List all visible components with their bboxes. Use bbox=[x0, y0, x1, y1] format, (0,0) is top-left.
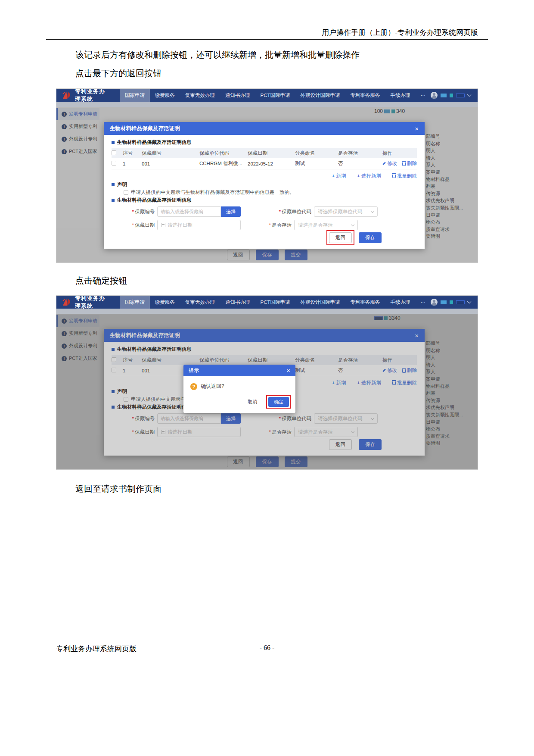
select-button[interactable]: 选择 bbox=[221, 206, 241, 217]
redacted-username-block bbox=[456, 94, 465, 97]
alive-label: *是否存活 bbox=[248, 222, 292, 228]
col-alive: 是否存活 bbox=[338, 150, 382, 156]
screenshot-2: 专利业务办理系统 国家申请 缴费服务 复审无效办理 通知书办理 PCT国际申请 … bbox=[56, 295, 478, 470]
user-avatar-icon bbox=[431, 299, 438, 306]
plus-icon: + bbox=[357, 173, 360, 178]
paragraph: 点击最下方的返回按钮 bbox=[56, 68, 480, 79]
app-title: 专利业务办理系统 bbox=[75, 88, 109, 103]
confirm-button[interactable]: 确定 bbox=[268, 397, 289, 407]
highlight-box: 确定 bbox=[266, 395, 291, 409]
declare-checkbox-row: 申请人提供的中文题录与生物材料样品保藏及存活证明中的信息是一致的。 bbox=[124, 188, 417, 196]
section-info-title: 生物材料样品保藏及存活证明信息 bbox=[112, 138, 417, 146]
batch-delete-link[interactable]: 批量删除 bbox=[392, 173, 417, 179]
delete-link[interactable]: 删除 bbox=[402, 160, 417, 167]
edit-link[interactable]: 修改 bbox=[382, 160, 397, 167]
declare-checkbox[interactable] bbox=[124, 190, 128, 195]
page-content: 发明专利申请 实用新型专利 外观设计专利 PCT进入国家 100 340 bbox=[56, 107, 478, 263]
nav-item-national-application[interactable]: 国家申请 bbox=[120, 296, 150, 309]
redacted-username-block bbox=[456, 300, 465, 304]
nav-item-design-intl[interactable]: 外观设计国际申请 bbox=[295, 296, 345, 309]
close-icon[interactable]: × bbox=[415, 125, 419, 132]
chevron-down-icon bbox=[467, 300, 472, 304]
table-row: 1 001 CCHRGM-智利微... 2022-05-12 测试 否 修改 删… bbox=[112, 158, 417, 169]
nav-item-more-icon[interactable]: ··· bbox=[416, 296, 431, 309]
trash-icon bbox=[402, 162, 406, 166]
plus-icon: + bbox=[332, 173, 335, 178]
square-bullet-icon bbox=[112, 141, 115, 144]
row-checkbox[interactable] bbox=[112, 161, 116, 166]
form-row-1: *保藏编号 选择 *保藏单位代码 请选择保藏单位代码 bbox=[112, 206, 417, 217]
dialog-title: 提示 bbox=[189, 367, 199, 374]
nav-item-reexam[interactable]: 复审无效办理 bbox=[180, 296, 220, 309]
page-subbar bbox=[56, 309, 478, 314]
cancel-button[interactable]: 取消 bbox=[242, 397, 263, 407]
question-circle-icon bbox=[190, 383, 197, 390]
page-subbar bbox=[56, 102, 478, 107]
nav-item-pct[interactable]: PCT国际申请 bbox=[255, 296, 295, 309]
page-content: 发明专利申请 实用新型专利 外观设计专利 PCT进入国家 100 340 bbox=[56, 314, 478, 470]
calendar-icon bbox=[161, 223, 165, 227]
app-logo-icon bbox=[62, 91, 72, 100]
nav-item-fee-service[interactable]: 缴费服务 bbox=[150, 296, 180, 309]
section-declare-title: 声明 bbox=[112, 181, 417, 188]
page-header-title: 用户操作手册（上册）-专利业务办理系统网页版 bbox=[56, 28, 478, 37]
preserve-no-label: *保藏编号 bbox=[112, 209, 155, 215]
nav-item-procedures[interactable]: 手续办理 bbox=[385, 296, 416, 309]
nav-item-national-application[interactable]: 国家申请 bbox=[120, 89, 150, 102]
modal-title: 生物材料样品保藏及存活证明 bbox=[110, 125, 180, 132]
user-menu[interactable] bbox=[431, 299, 471, 306]
nav-item-design-intl[interactable]: 外观设计国际申请 bbox=[295, 89, 345, 102]
chevron-down-icon bbox=[467, 93, 472, 97]
nav-item-affairs[interactable]: 专利事务服务 bbox=[345, 89, 385, 102]
redacted-username-block bbox=[450, 300, 453, 304]
col-preserve-no: 保藏编号 bbox=[142, 150, 199, 156]
chevron-down-icon bbox=[351, 222, 354, 226]
bio-material-modal: 生物材料样品保藏及存活证明 × 生物材料样品保藏及存活证明信息 序号 保藏编号 … bbox=[104, 122, 425, 249]
nav-item-more-icon[interactable]: ··· bbox=[416, 89, 431, 102]
select-all-checkbox[interactable] bbox=[112, 150, 116, 155]
date-picker[interactable]: 请选择日期 bbox=[157, 220, 241, 230]
redacted-username-block bbox=[441, 94, 447, 97]
modal-save-button[interactable]: 保存 bbox=[359, 232, 382, 243]
add-link[interactable]: + 新增 bbox=[332, 173, 346, 179]
user-avatar-icon bbox=[431, 92, 438, 99]
highlight-box: 返回 bbox=[326, 230, 354, 245]
modal-footer: 返回 保存 bbox=[326, 230, 382, 245]
unit-code-label: *保藏单位代码 bbox=[268, 209, 311, 215]
redacted-username-block bbox=[450, 94, 453, 97]
nav-item-notice[interactable]: 通知书办理 bbox=[220, 296, 255, 309]
nav-item-procedures[interactable]: 手续办理 bbox=[385, 89, 416, 102]
modal-back-button[interactable]: 返回 bbox=[329, 232, 352, 243]
chevron-down-icon bbox=[371, 209, 374, 212]
nav-item-pct[interactable]: PCT国际申请 bbox=[255, 89, 295, 102]
nav-item-fee-service[interactable]: 缴费服务 bbox=[150, 89, 180, 102]
screenshot-1: 专利业务办理系统 国家申请 缴费服务 复审无效办理 通知书办理 PCT国际申请 … bbox=[56, 88, 478, 263]
app-logo-icon bbox=[62, 298, 72, 306]
select-add-link[interactable]: + 选择新增 bbox=[357, 173, 381, 179]
main-nav: 国家申请 缴费服务 复审无效办理 通知书办理 PCT国际申请 外观设计国际申请 … bbox=[120, 89, 431, 102]
paragraph: 返回至请求书制作页面 bbox=[56, 483, 480, 495]
square-bullet-icon bbox=[112, 199, 115, 202]
close-icon[interactable]: × bbox=[286, 367, 290, 374]
main-nav: 国家申请 缴费服务 复审无效办理 通知书办理 PCT国际申请 外观设计国际申请 … bbox=[120, 296, 431, 309]
redacted-username-block bbox=[441, 300, 447, 304]
nav-item-notice[interactable]: 通知书办理 bbox=[220, 89, 255, 102]
dialog-body: 确认返回? bbox=[183, 376, 295, 395]
dialog-titlebar: 提示 × bbox=[183, 365, 295, 376]
nav-item-affairs[interactable]: 专利事务服务 bbox=[345, 296, 385, 309]
col-seq: 序号 bbox=[123, 150, 142, 156]
paragraph: 该记录后方有修改和删除按钮，还可以继续新增，批量新增和批量删除操作 bbox=[56, 49, 480, 61]
form-row-2: *保藏日期 请选择日期 *是否存活 请选择是否存活 bbox=[112, 219, 417, 231]
dialog-message: 确认返回? bbox=[201, 383, 224, 390]
unit-code-select[interactable]: 请选择保藏单位代码 bbox=[314, 206, 378, 217]
preserve-no-input[interactable] bbox=[157, 206, 221, 217]
app-title: 专利业务办理系统 bbox=[75, 295, 109, 310]
manual-page: 用户操作手册（上册）-专利业务办理系统网页版 该记录后方有修改和删除按钮，还可以… bbox=[0, 0, 534, 756]
date-label: *保藏日期 bbox=[112, 222, 155, 228]
user-menu[interactable] bbox=[431, 92, 471, 99]
alive-select[interactable]: 请选择是否存活 bbox=[294, 220, 358, 230]
pencil-icon bbox=[382, 162, 385, 165]
nav-item-reexam[interactable]: 复审无效办理 bbox=[180, 89, 220, 102]
modal-titlebar: 生物材料样品保藏及存活证明 × bbox=[104, 122, 425, 135]
page-number: - 66 - bbox=[0, 644, 534, 652]
